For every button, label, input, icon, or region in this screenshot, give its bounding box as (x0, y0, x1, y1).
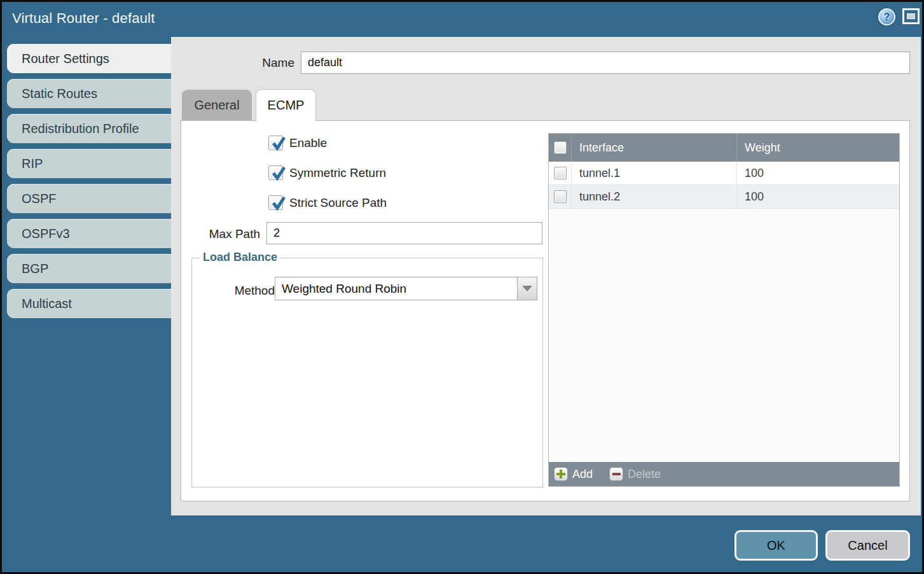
interface-table: Interface Weight tunnel.1 100 tunnel.2 1… (548, 133, 900, 487)
max-path-label: Max Path (181, 227, 260, 241)
help-icon[interactable]: ? (878, 8, 895, 25)
name-label: Name (212, 56, 294, 70)
sidebar-item-router-settings[interactable]: Router Settings (7, 44, 171, 73)
enable-checkbox-label: Enable (289, 136, 327, 150)
strict-source-path-checkbox-label: Strict Source Path (289, 196, 387, 210)
title-bar: Virtual Router - default ? (2, 2, 922, 36)
check-icon (270, 194, 287, 212)
tab-general[interactable]: General (182, 90, 252, 121)
cell-interface: tunnel.2 (572, 190, 736, 204)
table-row[interactable]: tunnel.2 100 (549, 185, 899, 209)
symmetric-return-checkbox-label: Symmetric Return (289, 166, 386, 180)
method-label: Method (205, 284, 275, 298)
column-header-weight: Weight (736, 134, 899, 162)
sidebar-item-static-routes[interactable]: Static Routes (7, 79, 171, 108)
table-empty-area (549, 209, 899, 462)
page-title: Virtual Router - default (12, 10, 155, 27)
ecmp-checkbox-2[interactable] (268, 195, 283, 210)
check-icon (270, 164, 287, 182)
name-input[interactable] (301, 52, 910, 74)
cell-weight: 100 (736, 162, 899, 185)
max-path-input[interactable] (266, 222, 542, 244)
load-balance-group: Load Balance Method Weighted Round Robin (191, 258, 543, 487)
sidebar-item-redistribution-profile[interactable]: Redistribution Profile (7, 114, 171, 143)
cell-weight: 100 (736, 185, 899, 208)
add-button[interactable]: Add (554, 467, 593, 481)
method-value: Weighted Round Robin (275, 282, 517, 296)
cell-interface: tunnel.1 (572, 167, 736, 180)
row-checkbox[interactable] (554, 190, 567, 203)
table-row[interactable]: tunnel.1 100 (549, 162, 899, 185)
column-header-interface: Interface (572, 141, 736, 155)
plus-icon (554, 467, 568, 481)
restore-window-icon[interactable] (902, 8, 920, 24)
cancel-button[interactable]: Cancel (825, 530, 910, 561)
tab-ecmp[interactable]: ECMP (256, 90, 315, 121)
ecmp-checkbox-1[interactable] (268, 165, 283, 180)
dropdown-arrow-button[interactable] (517, 277, 537, 300)
sidebar-item-rip[interactable]: RIP (7, 149, 171, 178)
sidebar-item-bgp[interactable]: BGP (7, 254, 171, 283)
sidebar: Router Settings Static Routes Redistribu… (7, 44, 171, 324)
sidebar-item-ospf[interactable]: OSPF (7, 184, 171, 213)
ok-button[interactable]: OK (734, 530, 818, 561)
method-dropdown[interactable]: Weighted Round Robin (275, 277, 537, 300)
load-balance-legend: Load Balance (200, 251, 280, 264)
ecmp-tab-panel: Enable Symmetric Return Strict Source Pa… (181, 120, 910, 501)
delete-button[interactable]: Delete (609, 467, 661, 481)
select-all-checkbox[interactable] (554, 141, 567, 154)
chevron-down-icon (522, 286, 532, 291)
sidebar-item-multicast[interactable]: Multicast (7, 289, 171, 318)
restore-window-icon-glyph (907, 13, 915, 19)
table-toolbar: Add Delete (549, 462, 899, 486)
ecmp-checkbox-0[interactable] (268, 136, 283, 150)
table-header: Interface Weight (549, 134, 899, 162)
row-checkbox[interactable] (554, 167, 567, 179)
virtual-router-dialog: Virtual Router - default ? Router Settin… (0, 0, 924, 574)
check-icon (270, 134, 287, 152)
sidebar-item-ospfv3[interactable]: OSPFv3 (7, 219, 171, 248)
minus-icon (609, 467, 623, 481)
